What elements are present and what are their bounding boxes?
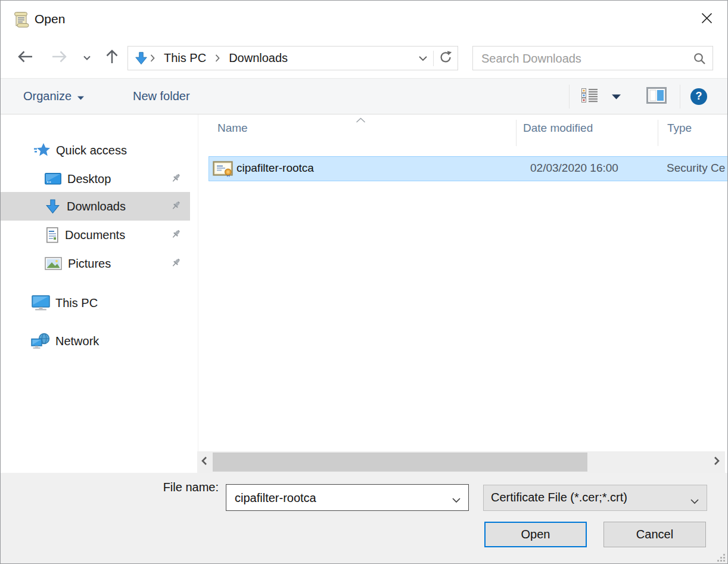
back-arrow-icon	[15, 47, 35, 69]
horizontal-scrollbar[interactable]	[197, 451, 725, 473]
address-dropdown-button[interactable]	[413, 53, 433, 64]
new-folder-button[interactable]: New folder	[133, 79, 190, 114]
forward-button[interactable]	[49, 48, 70, 67]
scrollbar-thumb[interactable]	[213, 453, 587, 472]
chevron-right-icon	[714, 456, 720, 468]
pin-icon	[171, 173, 181, 185]
file-name-label: File name:	[96, 481, 219, 494]
search-icon[interactable]	[692, 51, 707, 68]
column-separator	[516, 120, 517, 146]
sidebar-item-documents[interactable]: Documents	[1, 221, 190, 249]
search-box	[472, 46, 713, 70]
file-type-cell: Security Ce	[667, 162, 725, 175]
sidebar-item-network[interactable]: Network	[1, 327, 190, 355]
breadcrumb-chevron-icon	[148, 54, 157, 63]
resize-grip[interactable]	[716, 553, 726, 562]
help-button[interactable]: ?	[690, 79, 707, 114]
pin-icon	[171, 258, 181, 270]
sidebar-item-pictures[interactable]: Pictures	[1, 249, 190, 278]
file-date-cell: 02/03/2020 16:00	[530, 162, 618, 175]
sidebar-item-label: Desktop	[67, 172, 111, 186]
new-folder-label: New folder	[133, 89, 190, 103]
column-header-type[interactable]: Type	[667, 122, 692, 135]
sidebar-item-label: Documents	[65, 228, 125, 242]
sidebar-item-downloads[interactable]: Downloads	[1, 192, 190, 221]
open-dialog-window: Open This PC	[0, 0, 728, 564]
sidebar-item-label: Pictures	[68, 257, 111, 271]
dialog-title: Open	[35, 12, 65, 26]
help-icon: ?	[690, 88, 707, 105]
column-header-name[interactable]: Name	[217, 122, 248, 135]
sidebar-item-desktop[interactable]: Desktop	[1, 166, 190, 192]
sidebar: Quick access Desktop Downloads	[1, 114, 190, 473]
this-pc-icon	[30, 295, 51, 312]
downloads-folder-icon	[134, 51, 148, 66]
breadcrumb-this-pc[interactable]: This PC	[157, 51, 213, 65]
refresh-button[interactable]	[434, 49, 458, 67]
sidebar-item-label: Network	[55, 334, 99, 348]
open-button-label: Open	[521, 528, 550, 541]
cancel-button-label: Cancel	[636, 528, 673, 541]
details-view-icon	[581, 88, 600, 106]
chevron-down-icon	[77, 89, 84, 103]
chevron-down-icon	[690, 496, 699, 507]
documents-icon	[46, 227, 59, 243]
sidebar-item-label: This PC	[55, 296, 98, 310]
organize-button[interactable]: Organize	[23, 79, 84, 114]
up-button[interactable]	[102, 48, 122, 67]
preview-pane-button[interactable]	[646, 79, 667, 114]
file-name-combobox	[226, 484, 469, 511]
command-bar: Organize New folder	[1, 78, 727, 114]
column-header-date-modified[interactable]: Date modified	[523, 122, 593, 135]
pane-divider	[198, 114, 198, 451]
downloads-icon	[45, 199, 61, 215]
chevron-down-icon	[418, 53, 428, 64]
back-button[interactable]	[15, 48, 35, 67]
sidebar-item-this-pc[interactable]: This PC	[1, 289, 190, 317]
search-input[interactable]	[480, 47, 685, 71]
network-icon	[30, 333, 51, 350]
chevron-down-icon	[83, 52, 91, 63]
quick-access-star-icon	[34, 142, 51, 158]
file-name-dropdown-button[interactable]	[452, 495, 461, 506]
view-options-button[interactable]	[612, 79, 621, 114]
close-button[interactable]	[695, 9, 718, 29]
file-row-cipafilter-rootca[interactable]: cipafilter-rootca 02/03/2020 16:00 Secur…	[209, 156, 728, 181]
scroll-left-button[interactable]	[197, 451, 210, 473]
breadcrumb-downloads[interactable]: Downloads	[222, 51, 295, 65]
file-type-select[interactable]: Certificate File (*.cer;*.crt)	[483, 485, 707, 511]
pictures-icon	[45, 257, 62, 270]
pin-icon	[171, 200, 181, 213]
open-button[interactable]: Open	[484, 522, 587, 547]
certificate-file-icon	[213, 160, 234, 180]
preview-pane-icon	[646, 87, 667, 106]
toolbar-separator	[680, 85, 680, 109]
help-glyph: ?	[696, 90, 702, 103]
address-bar[interactable]: This PC Downloads	[127, 46, 458, 70]
chevron-down-icon	[612, 91, 621, 102]
recent-locations-button[interactable]	[82, 54, 92, 61]
details-view-button[interactable]	[581, 79, 600, 114]
close-icon	[701, 13, 713, 26]
scroll-right-button[interactable]	[710, 451, 723, 473]
sidebar-item-label: Downloads	[67, 200, 126, 213]
file-name-input[interactable]	[234, 485, 444, 511]
chevron-down-icon	[452, 495, 461, 505]
desktop-icon	[45, 173, 61, 185]
file-type-value: Certificate File (*.cer;*.crt)	[491, 491, 627, 504]
column-separator	[658, 120, 658, 146]
breadcrumb-chevron-icon	[213, 54, 222, 63]
footer-panel: File name: Certificate File (*.cer;*.crt…	[1, 473, 727, 564]
titlebar: Open	[1, 1, 727, 39]
toolbar-separator	[569, 85, 570, 109]
sidebar-item-quick-access[interactable]: Quick access	[1, 138, 190, 163]
cancel-button[interactable]: Cancel	[603, 522, 706, 547]
file-name-cell: cipafilter-rootca	[237, 162, 314, 175]
chevron-left-icon	[201, 456, 207, 468]
forward-arrow-icon	[50, 47, 69, 69]
scroll-icon	[12, 10, 31, 32]
pin-icon	[171, 229, 181, 241]
organize-label: Organize	[23, 89, 71, 103]
sidebar-item-label: Quick access	[56, 144, 127, 157]
up-arrow-icon	[102, 47, 122, 69]
